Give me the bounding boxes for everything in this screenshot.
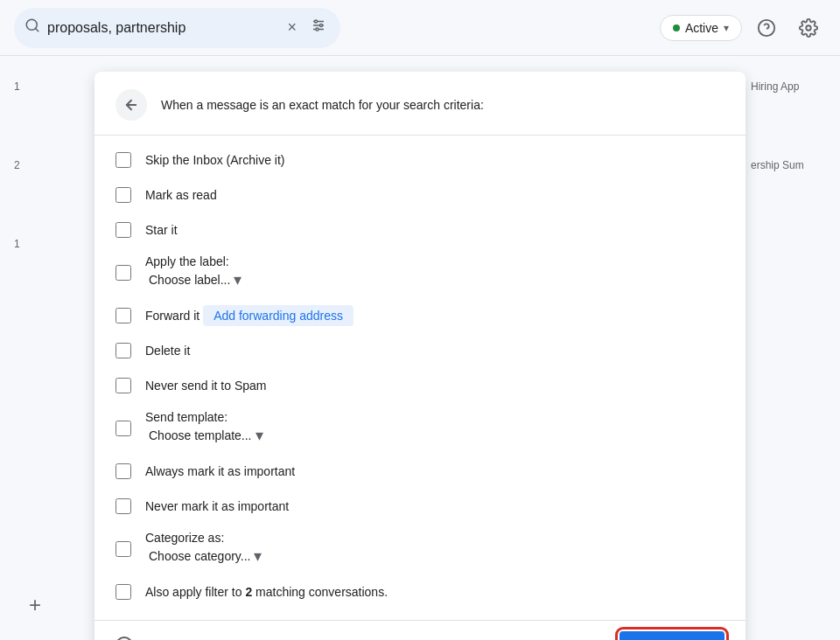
choose-category-dropdown[interactable]: Choose category... ▾ [145, 545, 724, 567]
option-apply-label: Apply the label: Choose label... ▾ [94, 247, 746, 298]
choose-template-text: Choose template... [149, 428, 252, 442]
checkbox-star-it-input[interactable] [116, 222, 131, 238]
dialog-footer: ? Learn more Create filter [94, 620, 746, 640]
option-never-spam: Never send it to Spam [94, 368, 746, 403]
svg-point-7 [316, 28, 318, 31]
email-preview-right: Hiring App ership Sum [744, 56, 840, 640]
search-clear-icon[interactable]: × [284, 15, 300, 40]
back-button[interactable] [116, 89, 147, 121]
choose-category-arrow-icon: ▾ [254, 546, 262, 566]
search-icon [24, 17, 40, 38]
label-also-apply: Also apply filter to 2 matching conversa… [145, 585, 724, 599]
matching-count: 2 [245, 585, 252, 599]
checkbox-send-template-input[interactable] [116, 421, 131, 436]
option-star-it: Star it [94, 212, 746, 247]
active-chevron-icon: ▾ [724, 22, 729, 34]
option-never-important: Never mark it as important [94, 489, 746, 524]
dialog-header: When a message is an exact match for you… [94, 72, 746, 136]
learn-more-icon: ? [116, 637, 133, 640]
checkbox-send-template[interactable] [116, 421, 131, 436]
email-list-sidebar: 1 2 1 [0, 56, 96, 640]
label-forward-it: Forward it Add forwarding address [145, 309, 724, 323]
checkbox-categorize-input[interactable] [116, 541, 131, 557]
choose-label-arrow-icon: ▾ [234, 270, 242, 289]
choose-category-text: Choose category... [149, 549, 250, 563]
label-never-spam: Never send it to Spam [145, 379, 724, 393]
search-input[interactable] [47, 20, 276, 36]
checkbox-always-important[interactable] [116, 463, 131, 479]
choose-label-dropdown[interactable]: Choose label... ▾ [145, 268, 724, 291]
svg-point-5 [314, 20, 317, 23]
svg-line-1 [35, 28, 38, 31]
label-never-important: Never mark it as important [145, 499, 724, 513]
checkbox-never-important[interactable] [116, 498, 131, 514]
help-button[interactable] [749, 10, 784, 45]
active-label: Active [685, 21, 718, 35]
label-always-important: Always mark it as important [145, 464, 724, 478]
active-status-badge[interactable]: Active ▾ [660, 15, 742, 41]
search-bar: × [14, 8, 340, 48]
checkbox-apply-label[interactable] [116, 265, 131, 281]
choose-template-arrow-icon: ▾ [256, 426, 263, 445]
label-mark-as-read: Mark as read [145, 188, 724, 202]
checkbox-also-apply-input[interactable] [116, 584, 131, 600]
label-delete-it: Delete it [145, 344, 724, 358]
checkbox-skip-inbox[interactable] [116, 152, 131, 168]
checkbox-star-it[interactable] [116, 222, 131, 238]
checkbox-never-spam[interactable] [116, 378, 131, 393]
svg-point-6 [319, 24, 322, 27]
option-always-important: Always mark it as important [94, 454, 746, 489]
email-preview-2: ership Sum [744, 152, 840, 178]
create-filter-button[interactable]: Create filter [620, 631, 724, 640]
email-number-2: 2 [0, 152, 96, 178]
checkbox-forward-it[interactable] [116, 308, 131, 323]
checkbox-always-important-input[interactable] [116, 463, 131, 479]
topbar: × Active ▾ [0, 0, 840, 56]
learn-more-link[interactable]: ? Learn more [116, 637, 203, 640]
option-delete-it: Delete it [94, 333, 746, 368]
label-apply-label: Apply the label: Choose label... ▾ [145, 254, 724, 291]
option-skip-inbox: Skip the Inbox (Archive it) [94, 143, 746, 177]
email-number-1: 1 [0, 73, 96, 100]
label-skip-inbox: Skip the Inbox (Archive it) [145, 153, 724, 167]
dialog-body: Skip the Inbox (Archive it) Mark as read… [94, 136, 746, 616]
compose-button[interactable]: + [18, 588, 52, 623]
label-send-template: Send template: Choose template... ▾ [145, 410, 724, 447]
search-tune-icon[interactable] [307, 14, 330, 41]
email-preview-1: Hiring App [744, 73, 840, 100]
dialog-header-text: When a message is an exact match for you… [161, 98, 484, 112]
checkbox-skip-inbox-input[interactable] [116, 152, 131, 168]
checkbox-delete-it-input[interactable] [116, 343, 131, 358]
checkbox-delete-it[interactable] [116, 343, 131, 358]
checkbox-categorize[interactable] [116, 541, 131, 557]
option-mark-as-read: Mark as read [94, 177, 746, 212]
checkbox-apply-label-input[interactable] [116, 265, 131, 281]
checkbox-mark-as-read[interactable] [116, 187, 131, 203]
checkbox-also-apply[interactable] [116, 584, 131, 600]
settings-button[interactable] [791, 10, 826, 45]
option-categorize: Categorize as: Choose category... ▾ [94, 524, 746, 574]
checkbox-mark-as-read-input[interactable] [116, 187, 131, 203]
checkbox-forward-it-input[interactable] [116, 308, 131, 323]
option-send-template: Send template: Choose template... ▾ [94, 403, 746, 454]
option-also-apply: Also apply filter to 2 matching conversa… [94, 574, 746, 609]
active-dot-icon [673, 24, 680, 31]
option-forward-it: Forward it Add forwarding address [94, 298, 746, 333]
label-categorize: Categorize as: Choose category... ▾ [145, 531, 724, 567]
checkbox-never-important-input[interactable] [116, 498, 131, 514]
label-star-it: Star it [145, 223, 724, 237]
choose-template-dropdown[interactable]: Choose template... ▾ [145, 424, 724, 447]
svg-point-10 [806, 25, 811, 31]
email-number-3: 1 [0, 231, 96, 257]
add-forwarding-address-link[interactable]: Add forwarding address [203, 305, 354, 326]
checkbox-never-spam-input[interactable] [116, 378, 131, 393]
choose-label-text: Choose label... [149, 273, 230, 287]
filter-dialog: When a message is an exact match for you… [94, 72, 746, 640]
